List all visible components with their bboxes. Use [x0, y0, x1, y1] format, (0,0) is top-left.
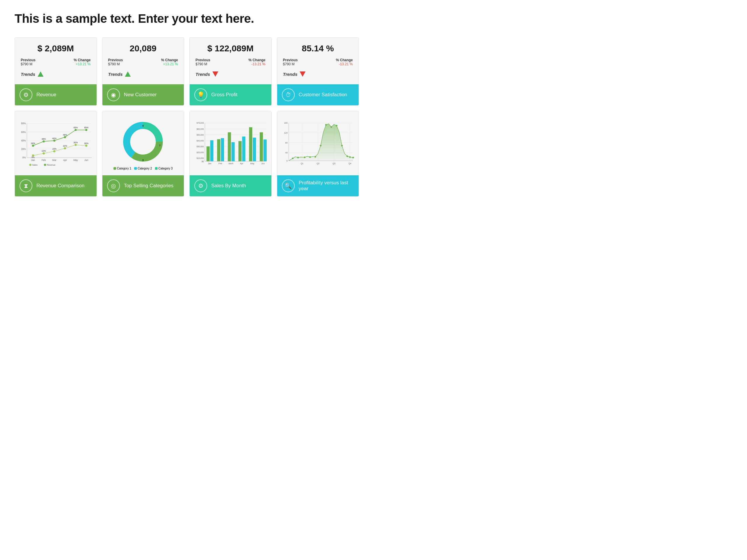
dashboard: $ 2,089M Previous $790 M % Change +13.21… [15, 37, 359, 196]
kpi-trends-3: Trends [283, 72, 298, 77]
kpi-prev-val-3: $790 M [283, 62, 298, 66]
svg-text:$30,000: $30,000 [197, 145, 204, 147]
svg-rect-75 [228, 132, 231, 161]
kpi-chg-val-3: -13.21 % [336, 62, 353, 66]
svg-point-18 [32, 145, 34, 147]
svg-point-32 [53, 150, 55, 152]
kpi-value-3: 85.14 % [283, 44, 353, 53]
chart-footer-label-2: Sales By Month [211, 183, 246, 189]
svg-text:7: 7 [159, 144, 160, 147]
svg-text:28%: 28% [31, 142, 35, 145]
chart-footer-0: ⧗ Revenue Comparison [15, 175, 97, 196]
svg-rect-81 [260, 132, 263, 161]
svg-text:0: 0 [286, 160, 287, 162]
svg-text:80: 80 [285, 141, 287, 144]
kpi-icon-0: ⚙ [20, 88, 32, 101]
svg-rect-71 [207, 146, 210, 161]
chart-icon-1: ◎ [107, 179, 120, 192]
kpi-footer-label-3: Customer Satisfaction [299, 92, 347, 98]
kpi-chg-label-2: % Change [248, 58, 265, 62]
svg-text:4: 4 [143, 124, 144, 127]
svg-point-21 [64, 136, 66, 138]
svg-point-122 [352, 157, 354, 158]
svg-text:Feb: Feb [218, 162, 222, 165]
svg-point-44 [44, 164, 46, 166]
kpi-prev-label-3: Previous [283, 58, 298, 62]
svg-point-35 [85, 145, 87, 147]
donut-legend: Category 1 Category 2 Category 3 [113, 167, 173, 170]
svg-text:28%: 28% [84, 142, 88, 145]
svg-text:May: May [250, 162, 254, 165]
chart-footer-label-3: Profitability versus last year [299, 180, 354, 192]
page-title: This is a sample text. Enter your text h… [15, 12, 359, 26]
svg-point-113 [309, 156, 310, 158]
svg-text:65%: 65% [74, 126, 78, 129]
donut-chart-svg: 4 7 3 [120, 118, 166, 165]
svg-point-121 [349, 156, 351, 158]
kpi-footer-label-1: New Customer [124, 92, 157, 98]
bar-chart-svg: $70,000 $60,000 $50,000 $40,000 $30,000 … [193, 119, 268, 168]
svg-text:0%: 0% [23, 156, 26, 159]
svg-point-34 [75, 144, 77, 146]
kpi-prev-val-2: $790 M [196, 62, 210, 66]
donut-wrap: 4 7 3 Category 1 Category 2 Category 3 [106, 118, 181, 170]
svg-text:Jun: Jun [261, 162, 265, 165]
svg-rect-82 [263, 139, 267, 161]
svg-point-31 [43, 152, 45, 154]
svg-text:Jan: Jan [208, 162, 211, 165]
svg-point-42 [29, 164, 31, 166]
svg-text:20%: 20% [21, 148, 26, 151]
kpi-prev-label-1: Previous [108, 58, 123, 62]
svg-text:80%: 80% [21, 122, 26, 125]
trend-arrow-down-2 [212, 72, 218, 77]
svg-point-110 [292, 158, 293, 159]
svg-point-120 [346, 156, 348, 157]
svg-text:10%: 10% [42, 150, 46, 152]
kpi-card-2: $ 122,089M Previous $790 M % Change -13.… [189, 37, 272, 106]
svg-text:$50,000: $50,000 [197, 134, 204, 136]
svg-rect-73 [217, 139, 220, 161]
kpi-prev-val-1: $790 M [108, 62, 123, 66]
svg-text:Q2: Q2 [316, 162, 319, 165]
svg-text:Apr: Apr [240, 162, 243, 165]
svg-rect-72 [210, 140, 213, 161]
kpi-footer-2: 💡 Gross Profit [190, 84, 272, 105]
svg-text:Q3: Q3 [332, 162, 335, 165]
svg-text:Sales: Sales [32, 164, 37, 166]
svg-text:Marh: Marh [229, 162, 233, 165]
line-chart-wrap: 80% 60% 40% 20% 0% Jan Feb [18, 119, 93, 168]
svg-text:5%: 5% [31, 156, 35, 159]
trend-arrow-up-1 [125, 72, 131, 77]
line-chart-svg: 80% 60% 40% 20% 0% Jan Feb [18, 119, 93, 167]
kpi-chg-val-1: +13.21 % [161, 62, 178, 66]
chart-card-1: 4 7 3 Category 1 Category 2 Category 3 ◎… [102, 111, 184, 196]
svg-point-118 [336, 125, 337, 126]
svg-text:$20,000: $20,000 [197, 151, 204, 153]
kpi-prev-label-0: Previous [21, 58, 35, 62]
kpi-value-2: $ 122,089M [196, 44, 265, 53]
kpi-icon-1: ◉ [107, 88, 120, 101]
trend-arrow-up-0 [37, 72, 44, 77]
chart-footer-1: ◎ Top Selling Categories [102, 175, 184, 196]
svg-text:$0: $0 [202, 160, 204, 162]
svg-point-119 [341, 145, 342, 146]
svg-text:15%: 15% [52, 148, 57, 150]
kpi-card-1: 20,089 Previous $790 M % Change +13.21 %… [102, 37, 184, 106]
chart-footer-label-1: Top Selling Categories [124, 183, 174, 189]
svg-point-117 [330, 126, 332, 128]
svg-text:$10,000: $10,000 [197, 157, 204, 159]
svg-text:40: 40 [285, 151, 287, 154]
svg-text:$70,000: $70,000 [197, 122, 204, 124]
kpi-chg-label-1: % Change [161, 58, 178, 62]
svg-text:May: May [73, 159, 78, 162]
kpi-footer-label-0: Revenue [36, 92, 56, 98]
svg-text:Apr: Apr [63, 159, 67, 162]
svg-rect-78 [242, 136, 246, 161]
svg-point-116 [325, 124, 327, 126]
kpi-icon-3: ⏱ [282, 88, 295, 101]
svg-text:160: 160 [284, 122, 287, 124]
svg-text:Jan: Jan [31, 159, 35, 162]
area-chart-area: 160 120 80 40 0 Q1 Q2 [277, 111, 359, 175]
prof-chart-wrap: 160 120 80 40 0 Q1 Q2 [281, 119, 355, 169]
chart-footer-label-0: Revenue Comparison [36, 183, 84, 189]
